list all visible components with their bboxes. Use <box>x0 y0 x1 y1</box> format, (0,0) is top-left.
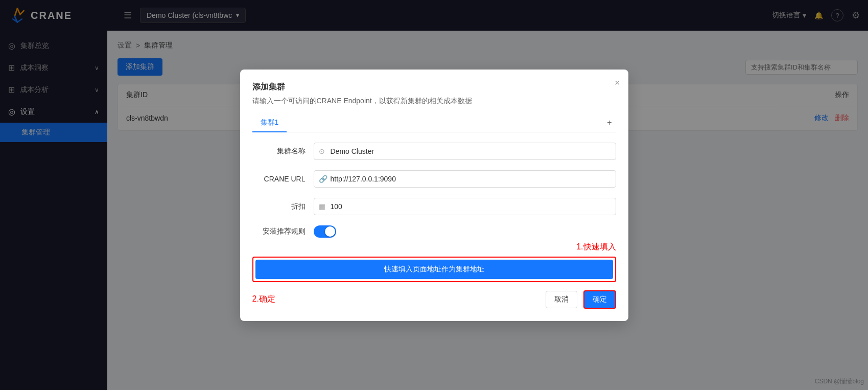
confirm-button[interactable]: 确定 <box>583 290 616 309</box>
crane-url-input-wrap: 🔗 <box>314 170 616 188</box>
cluster-name-icon: ⊙ <box>319 147 325 155</box>
cluster-name-input[interactable] <box>314 143 616 160</box>
crane-url-label: CRANE URL <box>252 175 314 183</box>
form-row-discount: 折扣 ▦ <box>252 198 616 215</box>
modal-footer: 2.确定 取消 确定 <box>252 290 616 309</box>
discount-label: 折扣 <box>252 202 314 211</box>
cancel-button[interactable]: 取消 <box>546 291 577 308</box>
tab-add-button[interactable]: + <box>603 116 616 129</box>
install-rule-label: 安装推荐规则 <box>252 227 314 236</box>
annotation-confirm: 2.确定 <box>252 294 275 305</box>
install-rule-toggle[interactable] <box>314 225 336 238</box>
crane-url-icon: 🔗 <box>319 175 327 183</box>
modal-tabs: 集群1 + <box>252 114 616 132</box>
crane-url-input[interactable] <box>314 170 616 188</box>
add-cluster-modal: 添加集群 请输入一个可访问的CRANE Endpoint，以获得新集群的相关成本… <box>240 70 628 321</box>
toggle-knob <box>325 226 335 237</box>
cluster-name-label: 集群名称 <box>252 147 314 156</box>
modal-overlay: 添加集群 请输入一个可访问的CRANE Endpoint，以获得新集群的相关成本… <box>0 0 868 390</box>
form-row-cluster-name: 集群名称 ⊙ <box>252 143 616 160</box>
modal-title: 添加集群 <box>252 82 616 93</box>
annotation-quick-fill: 1.快速填入 <box>252 242 616 253</box>
discount-input-wrap: ▦ <box>314 198 616 215</box>
form-row-install-rule: 安装推荐规则 <box>252 225 616 238</box>
modal-close-button[interactable]: × <box>615 78 620 88</box>
discount-input[interactable] <box>314 198 616 215</box>
discount-icon: ▦ <box>319 202 325 211</box>
cluster-name-input-wrap: ⊙ <box>314 143 616 160</box>
quick-fill-button[interactable]: 快速填入页面地址作为集群地址 <box>255 260 613 279</box>
modal-description: 请输入一个可访问的CRANE Endpoint，以获得新集群的相关成本数据 <box>252 97 616 106</box>
tab-cluster1[interactable]: 集群1 <box>252 114 287 132</box>
form-row-crane-url: CRANE URL 🔗 <box>252 170 616 188</box>
toggle-wrap <box>314 225 336 238</box>
quick-fill-section: 快速填入页面地址作为集群地址 <box>252 257 616 282</box>
